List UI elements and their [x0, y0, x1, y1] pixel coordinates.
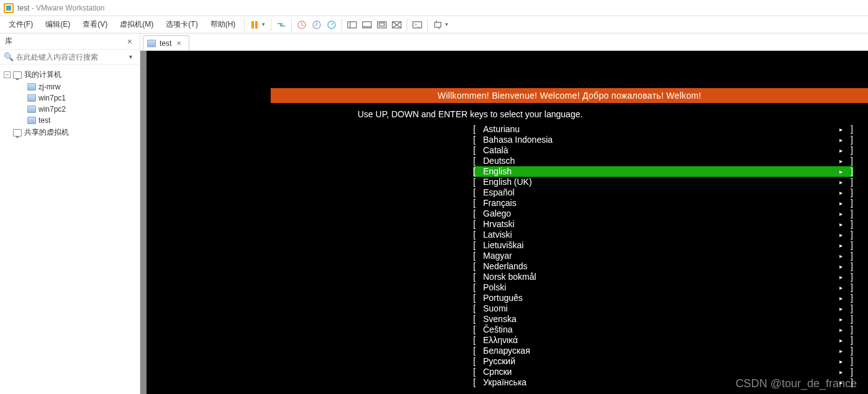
language-option[interactable]: [Nederlands▸] [473, 261, 853, 272]
window-titlebar: test - VMware Workstation [0, 0, 868, 16]
language-name: Suomi [482, 303, 837, 314]
language-name: Українська [482, 377, 837, 388]
arrow-right-icon: ▸ [837, 293, 844, 303]
language-option[interactable]: [Magyar▸] [473, 251, 853, 261]
language-name: Català [482, 145, 837, 156]
vm-icon [147, 40, 156, 47]
menu-file[interactable]: 文件(F) [2, 17, 39, 32]
collapse-icon[interactable]: − [4, 71, 11, 78]
send-ctrl-alt-del-button[interactable] [274, 18, 289, 32]
language-option[interactable]: [Latviski▸] [473, 230, 853, 240]
search-row: 🔍 ▼ [0, 50, 140, 65]
tree-root-mycomputer[interactable]: − 我的计算机 [0, 68, 140, 81]
language-name: Svenska [482, 314, 837, 325]
language-name: Nederlands [482, 261, 837, 272]
vm-icon [27, 83, 36, 91]
language-option[interactable]: [Русский▸] [473, 356, 853, 367]
tree-shared-vms[interactable]: 共享的虚拟机 [0, 126, 140, 139]
vm-icon [27, 117, 36, 124]
window-title: test - VMware Workstation [17, 4, 105, 12]
arrow-right-icon: ▸ [837, 356, 844, 367]
tree-root-label: 我的计算机 [24, 69, 61, 80]
language-option[interactable]: [Ελληνικά▸] [473, 335, 853, 346]
svg-rect-0 [251, 21, 254, 29]
computer-icon [13, 71, 22, 79]
language-option[interactable]: [Svenska▸] [473, 314, 853, 325]
arrow-right-icon: ▸ [837, 282, 844, 293]
view-single-button[interactable] [359, 18, 374, 32]
chevron-down-icon: ▼ [444, 22, 449, 27]
tree-vm-item[interactable]: test [0, 115, 140, 126]
search-icon: 🔍 [4, 52, 14, 61]
menu-view[interactable]: 查看(V) [76, 17, 114, 32]
arrow-right-icon: ▸ [837, 135, 844, 145]
arrow-right-icon: ▸ [837, 230, 844, 240]
arrow-right-icon: ▸ [837, 198, 844, 208]
svg-line-9 [332, 23, 333, 25]
arrow-right-icon: ▸ [837, 219, 844, 230]
language-option[interactable]: [Español▸] [473, 187, 853, 198]
menu-vm[interactable]: 虚拟机(M) [114, 17, 160, 32]
language-option[interactable]: [English (UK)▸] [473, 177, 853, 187]
language-name: Deutsch [482, 156, 837, 166]
arrow-right-icon: ▸ [837, 240, 844, 251]
tree-vm-item[interactable]: zj-mrw [0, 81, 140, 92]
language-name: English (UK) [482, 177, 837, 187]
close-tab-button[interactable]: × [175, 38, 183, 48]
view-unity-button[interactable] [389, 18, 404, 32]
language-name: Español [482, 187, 837, 198]
tree-vm-item[interactable]: win7pc2 [0, 104, 140, 115]
language-option[interactable]: [Беларуская▸] [473, 346, 853, 356]
menu-edit[interactable]: 编辑(E) [39, 17, 76, 32]
toolbar-separator [407, 19, 407, 31]
language-option[interactable]: [Suomi▸] [473, 303, 853, 314]
view-fullscreen-button[interactable] [374, 18, 389, 32]
language-option[interactable]: [Bahasa Indonesia▸] [473, 135, 853, 145]
language-option[interactable]: [Čeština▸] [473, 325, 853, 335]
tree-vm-item[interactable]: win7pc1 [0, 92, 140, 104]
close-sidebar-button[interactable]: × [125, 37, 135, 47]
language-option[interactable]: [Hrvatski▸] [473, 219, 853, 230]
language-name: Čeština [482, 325, 837, 335]
menubar: 文件(F) 编辑(E) 查看(V) 虚拟机(M) 选项卡(T) 帮助(H) ▼ … [0, 16, 868, 34]
language-option[interactable]: [Polski▸] [473, 282, 853, 293]
pause-button[interactable]: ▼ [247, 18, 268, 32]
arrow-right-icon: ▸ [837, 346, 844, 356]
language-name: Latviski [482, 230, 837, 240]
arrow-right-icon: ▸ [837, 377, 844, 388]
view-sidebar-button[interactable] [345, 18, 359, 32]
snapshot-take-button[interactable] [294, 18, 309, 32]
stretch-button[interactable]: ▼ [430, 18, 451, 32]
language-option[interactable]: [Asturianu▸] [473, 124, 853, 135]
vm-tab[interactable]: test × [143, 35, 189, 50]
language-name: Français [482, 198, 837, 208]
language-option[interactable]: [Português▸] [473, 293, 853, 303]
language-option[interactable]: [Galego▸] [473, 208, 853, 219]
arrow-right-icon: ▸ [837, 314, 844, 325]
language-option[interactable]: [Català▸] [473, 145, 853, 156]
vm-console[interactable]: Willkommen! Bienvenue! Welcome! Добро по… [147, 51, 868, 394]
svg-rect-1 [255, 21, 258, 29]
language-option[interactable]: [English▸] [473, 166, 853, 177]
app-logo-icon [4, 3, 14, 13]
language-option[interactable]: [Lietuviškai▸] [473, 240, 853, 251]
tree-vm-label: win7pc1 [38, 94, 66, 102]
search-dropdown-button[interactable]: ▼ [125, 54, 136, 60]
snapshot-manage-button[interactable] [324, 18, 339, 32]
toolbar-separator [244, 19, 245, 31]
language-option[interactable]: [Français▸] [473, 198, 853, 208]
menu-tabs[interactable]: 选项卡(T) [160, 17, 204, 32]
arrow-right-icon: ▸ [837, 208, 844, 219]
vm-icon [27, 105, 36, 113]
language-name: Polski [482, 282, 837, 293]
svg-line-4 [302, 25, 304, 26]
language-option[interactable]: [Српски▸] [473, 367, 853, 377]
language-name: Asturianu [482, 124, 837, 135]
menu-help[interactable]: 帮助(H) [204, 17, 242, 32]
language-option[interactable]: [Norsk bokmål▸] [473, 272, 853, 282]
search-input[interactable] [16, 53, 123, 61]
language-option[interactable]: [Українська▸] [473, 377, 853, 388]
snapshot-revert-button[interactable] [309, 18, 324, 32]
language-option[interactable]: [Deutsch▸] [473, 156, 853, 166]
console-button[interactable]: >_ [410, 18, 425, 32]
